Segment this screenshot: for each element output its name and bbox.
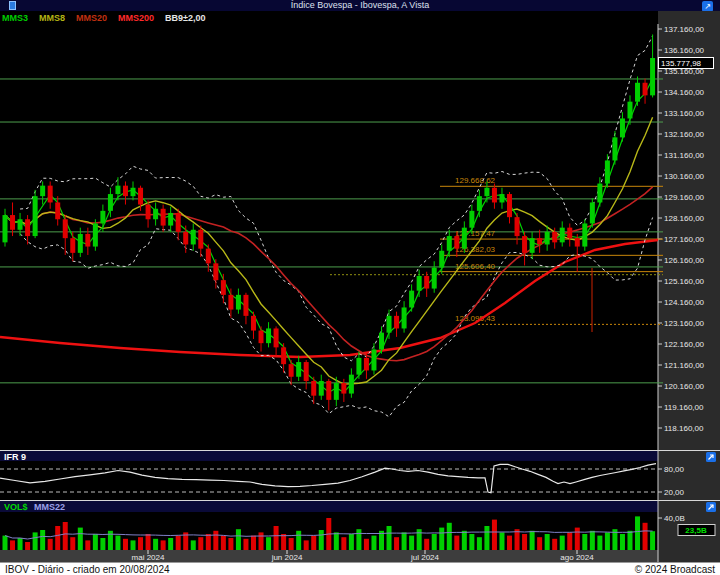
popout-icon-ifr[interactable] — [706, 452, 716, 462]
candle — [439, 244, 444, 273]
svg-text:133.160,00: 133.160,00 — [664, 109, 705, 118]
svg-text:125.160,00: 125.160,00 — [664, 277, 705, 286]
candle — [612, 131, 617, 165]
svg-text:jul 2024: jul 2024 — [410, 553, 440, 562]
candle — [590, 198, 595, 227]
candle — [364, 354, 369, 379]
popout-icon-volume[interactable] — [706, 502, 716, 512]
svg-text:136.160,00: 136.160,00 — [664, 46, 705, 55]
svg-text:126.160,00: 126.160,00 — [664, 256, 705, 265]
svg-text:129.160,00: 129.160,00 — [664, 193, 705, 202]
svg-text:jun 2024: jun 2024 — [271, 553, 303, 562]
candle — [251, 312, 256, 339]
candle — [402, 301, 407, 333]
candle — [10, 202, 15, 236]
svg-text:ago 2024: ago 2024 — [560, 553, 594, 562]
volume-panel-title: VOL$ — [4, 502, 28, 512]
price-axis: 137.160,00136.160,00135.160,00134.160,00… — [658, 24, 705, 562]
svg-text:122.160,00: 122.160,00 — [664, 340, 705, 349]
candle — [387, 310, 392, 339]
candle — [499, 188, 504, 209]
panel-headers: IFR 9VOL$MMS22 — [0, 451, 720, 513]
candle — [394, 312, 399, 337]
candle — [40, 181, 45, 204]
candle — [507, 192, 512, 224]
candle — [492, 184, 497, 209]
candle — [643, 79, 648, 104]
candle — [627, 95, 632, 124]
ifr-panel-title: IFR 9 — [4, 452, 26, 462]
svg-text:40,0B: 40,0B — [664, 514, 685, 523]
svg-text:127.160,00: 127.160,00 — [664, 235, 705, 244]
candle — [319, 375, 324, 400]
candle — [183, 226, 188, 253]
candle — [432, 261, 437, 293]
mms8-line — [5, 117, 653, 384]
svg-text:130.160,00: 130.160,00 — [664, 172, 705, 181]
candle — [582, 219, 587, 251]
svg-text:119.160,00: 119.160,00 — [664, 403, 704, 412]
volume-ma-label: MMS22 — [34, 502, 65, 512]
trading-app-window: Índice Bovespa - Ibovespa, A Vista ↗ MMS… — [0, 0, 720, 575]
candle — [236, 289, 241, 314]
svg-text:124.160,00: 124.160,00 — [664, 298, 705, 307]
candle — [3, 209, 8, 247]
legend-item-mms8[interactable]: MMS8 — [39, 13, 65, 23]
candle — [650, 34, 655, 97]
candle — [198, 226, 203, 258]
legend-item-mms200[interactable]: MMS200 — [118, 13, 154, 23]
svg-text:120.160,00: 120.160,00 — [664, 382, 705, 391]
status-bar: IBOV - Diário - criado em 20/08/2024 © 2… — [0, 562, 720, 575]
svg-text:80,00: 80,00 — [664, 465, 685, 474]
candle — [515, 213, 520, 245]
price-level-label: 127.157,47 — [455, 229, 496, 238]
candle — [259, 326, 264, 351]
candle — [48, 181, 53, 208]
candle — [70, 232, 75, 261]
candle — [221, 274, 226, 303]
candle — [131, 181, 136, 200]
svg-text:20,00: 20,00 — [664, 488, 685, 497]
candle — [417, 270, 422, 297]
candle — [266, 322, 271, 347]
window-title: Índice Bovespa - Ibovespa, A Vista — [0, 0, 720, 11]
candle — [191, 223, 196, 250]
candle — [575, 234, 580, 272]
candle — [477, 190, 482, 217]
candle — [206, 244, 211, 271]
svg-text:137.160,00: 137.160,00 — [664, 25, 705, 34]
chart-canvas[interactable]: mai 2024jun 2024jul 2024ago 2024IFR 9VOL… — [0, 24, 720, 562]
candle — [560, 221, 565, 246]
legend-item-bb9200[interactable]: BB9±2,00 — [165, 13, 205, 23]
candle — [447, 230, 452, 257]
candle — [274, 326, 279, 355]
candle — [33, 190, 38, 238]
svg-text:mai 2024: mai 2024 — [132, 553, 165, 562]
candle — [567, 223, 572, 246]
legend-item-mms3[interactable]: MMS3 — [2, 13, 28, 23]
bollinger-bands — [20, 36, 653, 417]
candle — [243, 293, 248, 325]
last-price-box: 135.777,98 — [659, 58, 714, 69]
status-copyright: © 2024 Broadcast — [635, 564, 715, 575]
candle — [409, 284, 414, 311]
candle — [522, 232, 527, 266]
candle — [153, 202, 158, 225]
candle — [93, 219, 98, 251]
candle — [176, 209, 181, 241]
candle — [635, 76, 640, 105]
month-axis: mai 2024jun 2024jul 2024ago 2024 — [0, 550, 658, 562]
svg-text:132.160,00: 132.160,00 — [664, 130, 705, 139]
candle — [356, 352, 361, 379]
candle — [424, 272, 429, 297]
candle — [341, 379, 346, 402]
svg-text:121.160,00: 121.160,00 — [664, 361, 705, 370]
legend-item-mms20[interactable]: MMS20 — [76, 13, 107, 23]
price-level-label: 129.668,62 — [455, 176, 496, 185]
candle — [620, 112, 625, 141]
svg-text:135.777,98: 135.777,98 — [661, 59, 702, 68]
candle — [168, 207, 173, 232]
status-instrument-info: IBOV - Diário - criado em 20/08/2024 — [5, 564, 170, 575]
candle — [605, 154, 610, 188]
mms200-line — [0, 240, 658, 357]
